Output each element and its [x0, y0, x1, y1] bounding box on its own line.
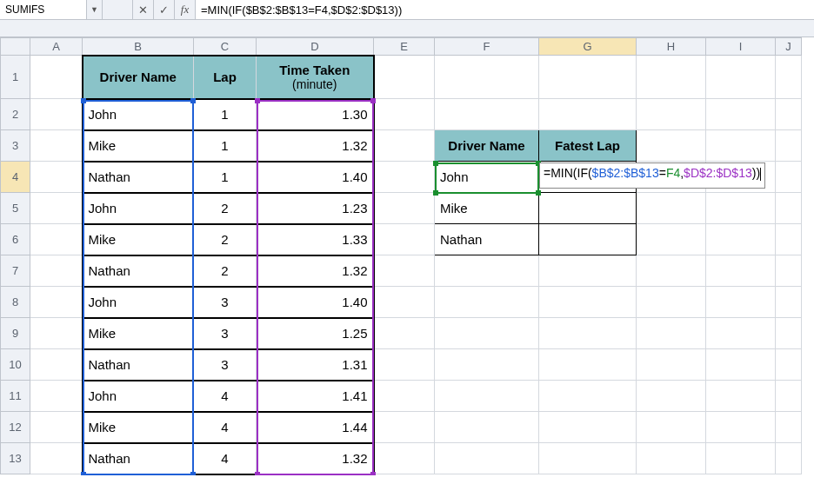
cell-A6[interactable] [30, 224, 83, 255]
cell-I7[interactable] [706, 255, 776, 287]
cell-F6[interactable]: Nathan [435, 224, 539, 255]
cell-H10[interactable] [637, 349, 706, 381]
cell-H6[interactable] [637, 224, 706, 255]
cell-J11[interactable] [776, 381, 802, 412]
col-E[interactable]: E [374, 38, 435, 56]
cell-G1[interactable] [539, 56, 637, 99]
cell-C5[interactable]: 2 [194, 193, 257, 224]
cell-D7[interactable]: 1.32 [257, 255, 374, 287]
cell-H3[interactable] [637, 130, 706, 162]
cell-E11[interactable] [374, 381, 435, 412]
cell-D9[interactable]: 1.25 [257, 318, 374, 349]
cell-B4[interactable]: Nathan [83, 162, 194, 193]
row-3[interactable]: 3 [1, 130, 30, 162]
cell-J3[interactable] [776, 130, 802, 162]
cell-J12[interactable] [776, 412, 802, 443]
col-I[interactable]: I [706, 38, 776, 56]
cell-C13[interactable]: 4 [194, 443, 257, 474]
cell-B13[interactable]: Nathan [83, 443, 194, 474]
cell-A2[interactable] [30, 99, 83, 130]
cell-F4[interactable]: John [435, 162, 539, 193]
cell-I6[interactable] [706, 224, 776, 255]
col-D[interactable]: D [257, 38, 374, 56]
cell-I1[interactable] [706, 56, 776, 99]
cell-C9[interactable]: 3 [194, 318, 257, 349]
cell-A11[interactable] [30, 381, 83, 412]
cell-C3[interactable]: 1 [194, 130, 257, 162]
row-1[interactable]: 1 [1, 56, 30, 99]
cell-C8[interactable]: 3 [194, 287, 257, 318]
cell-G5[interactable] [539, 193, 637, 224]
cell-I8[interactable] [706, 287, 776, 318]
cell-G11[interactable] [539, 381, 637, 412]
cell-A10[interactable] [30, 349, 83, 381]
cell-C6[interactable]: 2 [194, 224, 257, 255]
cell-F13[interactable] [435, 443, 539, 474]
row-4[interactable]: 4 [1, 162, 30, 193]
cell-C1[interactable]: Lap [194, 56, 257, 99]
name-box[interactable]: SUMIFS [0, 0, 87, 19]
cell-F7[interactable] [435, 255, 539, 287]
cell-C12[interactable]: 4 [194, 412, 257, 443]
cell-E3[interactable] [374, 130, 435, 162]
cell-G13[interactable] [539, 443, 637, 474]
cell-E2[interactable] [374, 99, 435, 130]
cell-G8[interactable] [539, 287, 637, 318]
cell-A4[interactable] [30, 162, 83, 193]
cell-H9[interactable] [637, 318, 706, 349]
cell-J7[interactable] [776, 255, 802, 287]
cell-B11[interactable]: John [83, 381, 194, 412]
cell-B5[interactable]: John [83, 193, 194, 224]
col-J[interactable]: J [776, 38, 802, 56]
cell-G2[interactable] [539, 99, 637, 130]
enter-formula-icon[interactable]: ✓ [154, 0, 175, 19]
cell-C11[interactable]: 4 [194, 381, 257, 412]
cell-F1[interactable] [435, 56, 539, 99]
cell-D6[interactable]: 1.33 [257, 224, 374, 255]
cell-B10[interactable]: Nathan [83, 349, 194, 381]
cell-D11[interactable]: 1.41 [257, 381, 374, 412]
formula-input[interactable]: =MIN(IF($B$2:$B$13=F4,$D$2:$D$13)) [196, 0, 814, 19]
cell-E1[interactable] [374, 56, 435, 99]
cell-J10[interactable] [776, 349, 802, 381]
cell-H12[interactable] [637, 412, 706, 443]
cell-D3[interactable]: 1.32 [257, 130, 374, 162]
cell-G7[interactable] [539, 255, 637, 287]
cell-G10[interactable] [539, 349, 637, 381]
cell-A9[interactable] [30, 318, 83, 349]
cell-I13[interactable] [706, 443, 776, 474]
cell-B7[interactable]: Nathan [83, 255, 194, 287]
cell-H11[interactable] [637, 381, 706, 412]
col-H[interactable]: H [637, 38, 706, 56]
cell-H5[interactable] [637, 193, 706, 224]
cell-E8[interactable] [374, 287, 435, 318]
cell-F12[interactable] [435, 412, 539, 443]
cell-editor-G4[interactable]: =MIN(IF($B$2:$B$13=F4,$D$2:$D$13)) [539, 162, 765, 189]
cell-J8[interactable] [776, 287, 802, 318]
cell-E10[interactable] [374, 349, 435, 381]
row-9[interactable]: 9 [1, 318, 30, 349]
row-5[interactable]: 5 [1, 193, 30, 224]
cell-J13[interactable] [776, 443, 802, 474]
cell-A13[interactable] [30, 443, 83, 474]
cell-J2[interactable] [776, 99, 802, 130]
cell-B3[interactable]: Mike [83, 130, 194, 162]
cell-A1[interactable] [30, 56, 83, 99]
cell-F11[interactable] [435, 381, 539, 412]
row-8[interactable]: 8 [1, 287, 30, 318]
select-all-corner[interactable] [1, 38, 30, 56]
cell-D4[interactable]: 1.40 [257, 162, 374, 193]
cell-B6[interactable]: Mike [83, 224, 194, 255]
cell-I10[interactable] [706, 349, 776, 381]
cell-F8[interactable] [435, 287, 539, 318]
cell-F10[interactable] [435, 349, 539, 381]
cell-G12[interactable] [539, 412, 637, 443]
cell-E6[interactable] [374, 224, 435, 255]
cell-B12[interactable]: Mike [83, 412, 194, 443]
cell-I5[interactable] [706, 193, 776, 224]
cell-I9[interactable] [706, 318, 776, 349]
cell-A8[interactable] [30, 287, 83, 318]
col-F[interactable]: F [435, 38, 539, 56]
cell-I2[interactable] [706, 99, 776, 130]
cell-I3[interactable] [706, 130, 776, 162]
